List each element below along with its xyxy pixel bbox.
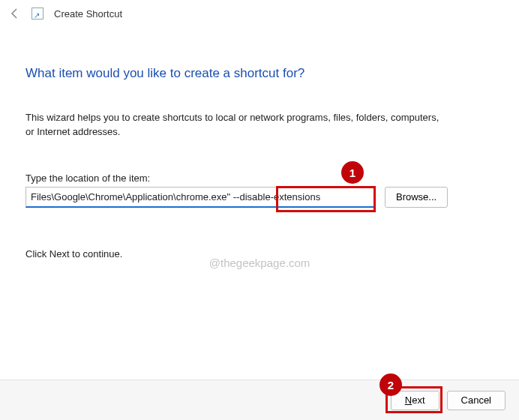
location-input[interactable] [26,187,374,208]
location-label: Type the location of the item: [26,172,495,184]
next-button[interactable]: Next [391,391,440,410]
window-title: Create Shortcut [54,8,122,20]
wizard-description: This wizard helps you to create shortcut… [26,111,446,140]
header-bar: Create Shortcut [0,0,519,24]
location-row: Browse... [26,187,495,208]
shortcut-icon [32,8,44,20]
back-arrow-icon[interactable] [9,8,21,20]
watermark-text: @thegeekpage.com [209,256,310,269]
footer-bar: Next Cancel [0,380,519,420]
wizard-content: What item would you like to create a sho… [26,66,495,260]
page-heading: What item would you like to create a sho… [26,66,495,81]
cancel-button[interactable]: Cancel [447,391,506,410]
browse-button[interactable]: Browse... [385,187,448,208]
